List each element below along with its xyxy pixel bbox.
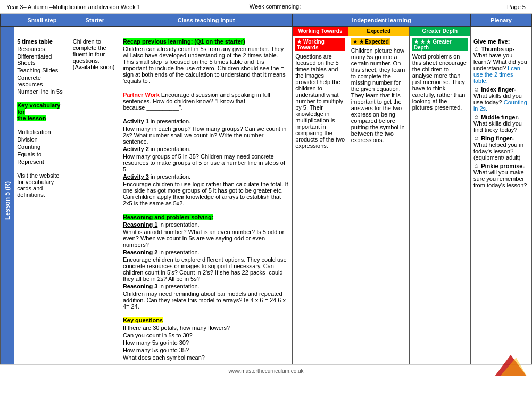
- working-towards-cell: ★ Working Towards Questions are focused …: [293, 36, 348, 364]
- reasoning3-q: Children may need reminding about bar mo…: [123, 290, 289, 310]
- resource-3: Concrete resources: [17, 74, 67, 87]
- vocab-3: Counting: [17, 144, 67, 150]
- reasoning1-label: Reasoning 1: [123, 221, 157, 228]
- wt-sub-header: Working Towards: [293, 27, 348, 36]
- vocab-5: Represent: [17, 159, 67, 165]
- footer-logo: [495, 355, 527, 376]
- activity2-label: Activity 2: [123, 146, 149, 152]
- activity1-body: How many in each group? How many groups?…: [123, 126, 289, 145]
- exp-body: Children picture how many 5s go into a c…: [351, 47, 406, 143]
- main-table: Small step Starter Class teaching input …: [0, 14, 532, 364]
- footer-url: www.masterthecurriculum.co.uk: [228, 368, 303, 374]
- reasoning-label: Reasoning and problem solving:: [123, 214, 214, 220]
- lesson-label: Lesson 5 (R): [1, 36, 14, 364]
- reasoning1-q: What is an odd number? What is an even n…: [123, 229, 289, 248]
- key-q-4: How many 5s go into 35?: [123, 347, 289, 353]
- reasoning2-text: in presentation.: [157, 249, 199, 255]
- key-vocab-label: Key vocabulary forthe lesson: [17, 102, 60, 121]
- key-q-5: What does each symbol mean?: [123, 354, 289, 361]
- partner-work-label: Partner Work: [123, 92, 160, 98]
- reasoning1-text: in presentation.: [157, 221, 199, 228]
- vocab-1: Multiplication: [17, 129, 67, 135]
- visit-text: Visit the website for vocabulary cards a…: [17, 172, 67, 198]
- vocab-2: Division: [17, 136, 67, 143]
- activity3-body: Encourage children to use logic rather t…: [123, 181, 289, 206]
- expected-cell: ★ ★ Expected Children picture how many 5…: [348, 36, 409, 364]
- page-wrapper: Year 3– Autumn –Multiplication and divis…: [0, 0, 532, 399]
- gd-sub-header: Greater Depth: [409, 27, 470, 36]
- plenary-item-4: ☺ Ring finger- What helped you in today'…: [473, 135, 529, 161]
- sub-headers: Working Towards Expected Greater Depth: [1, 27, 532, 36]
- activity3-label: Activity 3: [123, 173, 149, 180]
- middle-icon: ☺: [473, 114, 479, 120]
- page-title: Year 3– Autumn –Multiplication and divis…: [6, 4, 140, 10]
- plenary-item-5: ☺ Pinkie promise- What will you make sur…: [473, 163, 529, 188]
- page-number: Page 5: [507, 4, 526, 10]
- resource-1: Differentiated Sheets: [17, 53, 67, 66]
- plenary-cell: Give me five: ☺ Thumbs up-What have you …: [470, 36, 531, 364]
- activity2-body: How many groups of 5 in 35? Children may…: [123, 153, 289, 172]
- plenary-item-3: ☺ Middle finger- What skills did you fin…: [473, 114, 529, 133]
- key-q-2: Can you count in 5s to 30?: [123, 332, 289, 338]
- reasoning2-q: Encourage children to explore different …: [123, 256, 289, 282]
- key-q-3: How many 5s go into 30?: [123, 339, 289, 346]
- footer: www.masterthecurriculum.co.uk: [0, 364, 532, 377]
- plenary-item-2: ☺ Index finger-What skills did you use t…: [473, 86, 529, 112]
- plenary-item-1: ☺ Thumbs up-What have you learnt? What d…: [473, 46, 529, 84]
- gd-body: Word problems on this sheet encourage th…: [412, 53, 468, 111]
- ring-icon: ☺: [473, 135, 479, 142]
- resource-2: Teaching Slides: [17, 67, 67, 73]
- teaching-header: Class teaching input: [120, 14, 292, 27]
- reasoning2-label: Reasoning 2: [123, 249, 157, 255]
- resources-label: Resources:: [17, 46, 47, 52]
- teaching-cell: Recap previous learning: (Q1 on the star…: [120, 36, 292, 364]
- key-q-1: If there are 30 petals, how many flowers…: [123, 325, 289, 331]
- greater-depth-cell: ★ ★ ★ Greater Depth Word problems on thi…: [409, 36, 470, 364]
- lesson-header: [1, 14, 14, 27]
- activity2-text: in presentation.: [149, 146, 190, 152]
- recap-text: Children can already count in 5s from an…: [123, 46, 289, 84]
- vocab-4: Equals to: [17, 151, 67, 157]
- week-commencing: Week commencing:: [250, 3, 398, 10]
- wt-body: Questions are focused on the 5 times tab…: [295, 53, 345, 149]
- exp-sub-header: Expected: [348, 27, 409, 36]
- resource-4: Number line in 5s: [17, 88, 67, 95]
- exp-badge: ★ ★ Expected: [351, 38, 390, 45]
- activity3-text: in presentation.: [149, 173, 190, 180]
- column-headers: Small step Starter Class teaching input …: [1, 14, 532, 27]
- wt-badge: ★ Working Towards: [295, 38, 345, 51]
- plenary-header: Plenary: [470, 14, 531, 27]
- starter-cell: Children to complete the fluent in four …: [70, 36, 120, 364]
- times-table-title: 5 times table: [17, 38, 53, 45]
- week-line: [302, 3, 398, 10]
- reasoning3-label: Reasoning 3: [123, 283, 157, 289]
- starter-header: Starter: [70, 14, 120, 27]
- plenary-intro: Give me five:: [473, 38, 510, 45]
- index-icon: ☺: [473, 86, 479, 93]
- activity1-label: Activity 1: [123, 118, 149, 124]
- independent-header: Independent learning: [293, 14, 471, 27]
- activity1-text: in presentation.: [149, 118, 190, 124]
- recap-label: Recap previous learning: (Q1 on the star…: [123, 38, 245, 45]
- key-q-label: Key questions: [123, 317, 163, 323]
- top-header: Year 3– Autumn –Multiplication and divis…: [0, 0, 532, 14]
- content-row: Lesson 5 (R) 5 times table Resources: Di…: [1, 36, 532, 364]
- pinkie-icon: ☺: [473, 163, 479, 169]
- small-step-cell: 5 times table Resources: Differentiated …: [14, 36, 70, 364]
- reasoning3-text: in presentation.: [157, 283, 199, 289]
- gd-badge: ★ ★ ★ Greater Depth: [412, 38, 468, 51]
- small-step-header: Small step: [14, 14, 70, 27]
- starter-text: Children to complete the fluent in four …: [73, 38, 117, 70]
- thumbs-icon: ☺: [473, 46, 479, 52]
